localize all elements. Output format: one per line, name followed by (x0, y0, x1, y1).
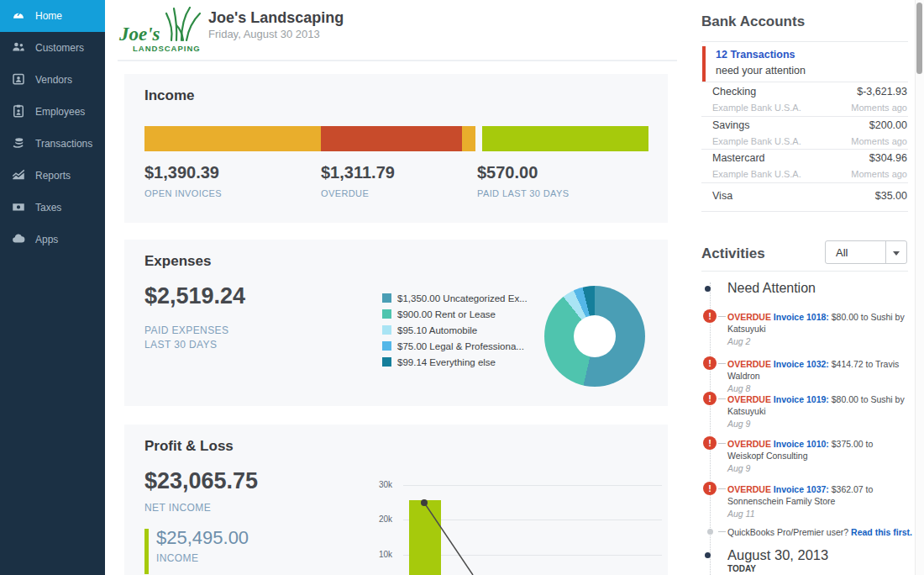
expenses-donut-chart[interactable] (544, 286, 645, 387)
sidebar-item-reports[interactable]: Reports (0, 160, 105, 192)
invoice-link[interactable]: Invoice 1010: (774, 439, 829, 449)
legend-item: $900.00 Rent or Lease (382, 306, 528, 322)
today-date: August 30, 2013 (727, 547, 828, 563)
transactions-alert-text: need your attention (716, 65, 908, 76)
dropdown-caret-button[interactable] (885, 241, 906, 263)
open-invoices-sliver-segment[interactable] (462, 126, 475, 151)
sidebar-item-label: Taxes (35, 202, 61, 214)
sidebar: Home Customers Vendors Employees Transac… (0, 0, 105, 575)
alert-icon: ! (703, 392, 717, 405)
activity-date: Aug 11 (727, 508, 911, 520)
legend-swatch (382, 357, 391, 367)
income-label: INCOME (156, 552, 198, 564)
promo-link[interactable]: Read this first. (851, 527, 912, 537)
sidebar-item-home[interactable]: Home (0, 0, 105, 32)
account-updated: Moments ago (851, 103, 907, 113)
legend-label: $99.14 Everything else (397, 357, 496, 367)
sidebar-item-label: Employees (35, 106, 85, 118)
sidebar-item-vendors[interactable]: Vendors (0, 64, 105, 96)
expenses-total: $2,519.24 (144, 283, 245, 309)
divider (701, 116, 908, 117)
legend-label: $75.00 Legal & Professiona... (397, 341, 524, 351)
legend-item: $99.14 Everything else (382, 354, 528, 370)
today-label: TODAY (727, 564, 756, 573)
paid-segment[interactable] (482, 126, 648, 151)
activity-item: OVERDUE Invoice 1019: $80.00 to Sushi by… (727, 393, 911, 430)
sidebar-item-label: Vendors (35, 74, 72, 86)
divider (701, 211, 908, 212)
sidebar-item-label: Apps (35, 234, 58, 245)
gridline (403, 520, 662, 520)
ytick-20k: 20k (372, 514, 392, 524)
timeline-dash (718, 531, 726, 532)
legend-label: $95.10 Automobile (397, 325, 477, 335)
timeline-dash (718, 398, 726, 399)
sidebar-item-label: Reports (35, 170, 71, 182)
activity-date: Aug 9 (727, 418, 911, 430)
transactions-alert-link[interactable]: 12 Transactions (716, 49, 908, 61)
transactions-alert: 12 Transactions need your attention (702, 46, 908, 82)
divider (701, 41, 908, 42)
open-invoices-stat: $1,390.39 OPEN INVOICES (144, 163, 222, 198)
expenses-title: Expenses (144, 253, 211, 270)
account-updated: Moments ago (851, 169, 907, 179)
sidebar-item-apps[interactable]: Apps (0, 224, 105, 256)
timeline-dash (718, 316, 726, 317)
scrollbar-thumb[interactable] (916, 3, 922, 74)
sidebar-item-employees[interactable]: Employees (0, 96, 105, 128)
expenses-sublabel-line1: PAID EXPENSES (144, 324, 228, 338)
legend-swatch (382, 293, 391, 303)
timeline-dot (705, 286, 711, 292)
ytick-30k: 30k (372, 480, 392, 489)
stat-label: OVERDUE (321, 188, 395, 198)
legend-item: $1,350.00 Uncategorized Ex... (382, 290, 528, 306)
quickbooks-dashboard: Home Customers Vendors Employees Transac… (0, 0, 924, 575)
profit-loss-card: Profit & Loss $23,065.75 NET INCOME $25,… (124, 425, 668, 575)
open-invoices-segment[interactable] (144, 126, 321, 151)
net-income-value: $23,065.75 (144, 468, 258, 494)
page-date: Friday, August 30 2013 (208, 28, 320, 40)
sidebar-item-customers[interactable]: Customers (0, 32, 105, 64)
pnl-income-bar[interactable] (409, 500, 441, 575)
scrollbar-track (915, 0, 924, 575)
ytick-10k: 10k (372, 550, 392, 559)
overdue-segment[interactable] (321, 126, 462, 151)
overdue-stat: $1,311.79 OVERDUE (321, 163, 395, 198)
sidebar-item-label: Transactions (35, 138, 92, 150)
legend-swatch (382, 341, 391, 351)
account-name: Savings (712, 119, 749, 131)
overdue-badge: OVERDUE (727, 312, 771, 322)
sidebar-item-transactions[interactable]: Transactions (0, 128, 105, 160)
activities-title: Activities (701, 245, 765, 262)
need-attention-heading: Need Attention (727, 281, 816, 296)
promo-item: QuickBooks Pro/Premier user? Read this f… (727, 526, 911, 538)
timeline-dot (705, 552, 711, 558)
stat-value: $570.00 (477, 163, 570, 182)
invoice-link[interactable]: Invoice 1019: (774, 394, 829, 404)
invoice-link[interactable]: Invoice 1018: (774, 312, 829, 322)
timeline-dash (718, 488, 726, 489)
income-value: $25,495.00 (156, 527, 249, 549)
activity-item: OVERDUE Invoice 1018: $80.00 to Sushi by… (727, 311, 911, 347)
legend-item: $95.10 Automobile (382, 322, 528, 338)
header-divider (118, 60, 677, 61)
overdue-badge: OVERDUE (727, 359, 771, 369)
divider (701, 182, 908, 183)
account-name: Checking (712, 86, 756, 98)
divider (701, 82, 908, 82)
net-income-label: NET INCOME (144, 502, 211, 514)
activities-filter-dropdown[interactable]: All (825, 240, 907, 264)
expenses-sublabel: PAID EXPENSES LAST 30 DAYS (144, 324, 228, 352)
sidebar-item-taxes[interactable]: Taxes (0, 192, 105, 224)
invoice-link[interactable]: Invoice 1032: (774, 359, 829, 369)
stat-label: PAID LAST 30 DAYS (477, 188, 570, 198)
account-bank: Example Bank U.S.A. (712, 169, 801, 179)
timeline-dash (718, 363, 726, 364)
profit-loss-title: Profit & Loss (144, 438, 234, 455)
legend-label: $1,350.00 Uncategorized Ex... (397, 293, 528, 303)
invoice-link[interactable]: Invoice 1037: (774, 484, 829, 494)
page-title: Joe's Landscaping (208, 9, 344, 27)
overdue-badge: OVERDUE (727, 484, 771, 494)
account-updated: Moments ago (851, 136, 907, 146)
activity-date: Aug 2 (727, 335, 911, 347)
